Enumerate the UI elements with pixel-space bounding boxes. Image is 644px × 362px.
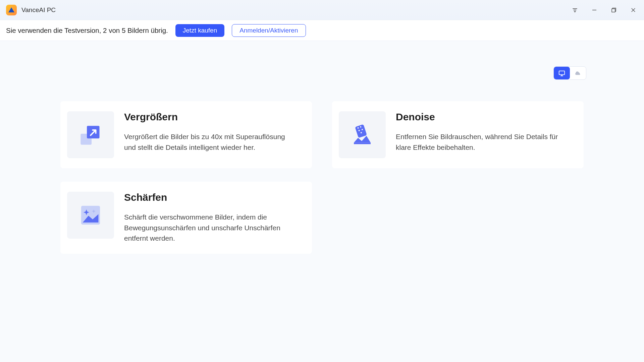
feature-card-denoise[interactable]: Denoise Entfernen Sie Bildrauschen, währ… [332,101,584,168]
local-mode-toggle[interactable] [554,67,570,79]
trial-status-text: Sie verwenden die Testversion, 2 von 5 B… [6,26,168,35]
app-title: VanceAI PC [21,6,570,14]
buy-now-button[interactable]: Jetzt kaufen [175,24,224,37]
svg-rect-4 [612,9,615,12]
feature-card-sharpen[interactable]: Schärfen Schärft die verschwommene Bilde… [60,182,312,254]
window-controls [570,5,638,15]
card-description: Entfernen Sie Bildrauschen, während Sie … [396,131,567,153]
maximize-icon[interactable] [609,5,619,15]
card-title: Schärfen [124,192,295,203]
card-title: Denoise [396,111,567,123]
svg-point-13 [358,127,359,129]
svg-rect-12 [355,124,367,138]
cloud-mode-toggle[interactable] [570,67,586,79]
view-mode-toggle [553,66,586,80]
denoise-icon [339,111,386,158]
titlebar: VanceAI PC [0,0,644,20]
svg-point-14 [360,126,361,128]
menu-dropdown-icon[interactable] [570,5,580,15]
svg-point-17 [361,132,362,133]
feature-cards-grid: Vergrößern Vergrößert die Bilder bis zu … [60,101,584,254]
main-content: Vergrößern Vergrößert die Bilder bis zu … [0,41,644,254]
card-title: Vergrößern [124,111,295,123]
feature-card-enlarge[interactable]: Vergrößern Vergrößert die Bilder bis zu … [60,101,312,168]
svg-point-15 [359,130,360,131]
signin-activate-button[interactable]: Anmelden/Aktivieren [232,24,306,37]
enlarge-icon [67,111,114,158]
svg-rect-18 [354,142,371,144]
card-description: Vergrößert die Bilder bis zu 40x mit Sup… [124,131,295,153]
minimize-icon[interactable] [590,5,599,15]
svg-point-16 [362,129,363,130]
app-logo-icon [6,5,17,15]
trial-toolbar: Sie verwenden die Testversion, 2 von 5 B… [0,20,644,41]
close-icon[interactable] [629,5,638,15]
card-description: Schärft die verschwommene Bilder, indem … [124,212,295,244]
sharpen-icon [67,192,114,239]
svg-rect-7 [559,71,565,75]
